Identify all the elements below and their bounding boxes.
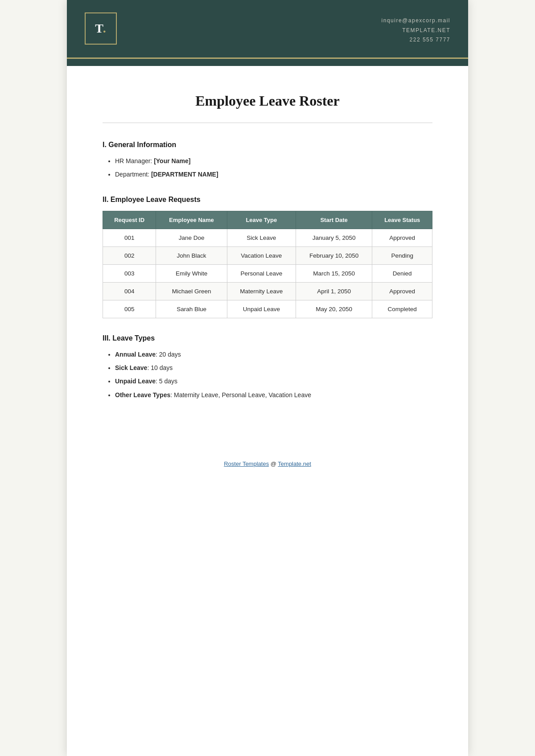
table-header-row: Request ID Employee Name Leave Type Star… (103, 211, 432, 229)
cell-leave-status: Completed (372, 300, 432, 318)
cell-start-date: May 20, 2050 (296, 300, 372, 318)
cell-request-id: 003 (103, 264, 156, 282)
department-label: Department: (115, 171, 151, 178)
cell-employee-name: John Black (156, 247, 227, 264)
leave-requests-heading: II. Employee Leave Requests (103, 196, 432, 204)
table-body: 001 Jane Doe Sick Leave January 5, 2050 … (103, 229, 432, 318)
cell-employee-name: Jane Doe (156, 229, 227, 247)
header: T. inquire@apexcorp.mail TEMPLATE.NET 22… (67, 0, 468, 66)
other-leave-label: Other Leave Types (115, 391, 170, 399)
cell-leave-type: Vacation Leave (227, 247, 296, 264)
footer-separator: @ (269, 460, 278, 467)
annual-leave-label: Annual Leave (115, 351, 156, 358)
general-info-heading: I. General Information (103, 141, 432, 149)
cell-leave-status: Approved (372, 282, 432, 300)
title-divider (103, 123, 432, 123)
cell-leave-type: Maternity Leave (227, 282, 296, 300)
col-start-date: Start Date (296, 211, 372, 229)
table-header: Request ID Employee Name Leave Type Star… (103, 211, 432, 229)
col-employee-name: Employee Name (156, 211, 227, 229)
footer: Roster Templates @ Template.net (67, 443, 468, 489)
footer-text: Roster Templates @ Template.net (224, 460, 311, 467)
table-row: 003 Emily White Personal Leave March 15,… (103, 264, 432, 282)
list-item: Department: [DEPARTMENT NAME] (115, 169, 432, 179)
table-row: 004 Michael Green Maternity Leave April … (103, 282, 432, 300)
cell-start-date: March 15, 2050 (296, 264, 372, 282)
col-leave-status: Leave Status (372, 211, 432, 229)
cell-leave-status: Pending (372, 247, 432, 264)
cell-start-date: April 1, 2050 (296, 282, 372, 300)
leave-types-list: Annual Leave: 20 days Sick Leave: 10 day… (103, 349, 432, 400)
contact-website: TEMPLATE.NET (382, 26, 450, 36)
logo-dot: . (103, 21, 107, 35)
list-item: Sick Leave: 10 days (115, 363, 432, 373)
table-row: 001 Jane Doe Sick Leave January 5, 2050 … (103, 229, 432, 247)
annual-leave-value: : 20 days (156, 351, 181, 358)
cell-employee-name: Sarah Blue (156, 300, 227, 318)
page: T. inquire@apexcorp.mail TEMPLATE.NET 22… (67, 0, 468, 756)
cell-start-date: February 10, 2050 (296, 247, 372, 264)
header-top: T. inquire@apexcorp.mail TEMPLATE.NET 22… (85, 12, 450, 58)
roster-templates-link[interactable]: Roster Templates (224, 460, 269, 467)
contact-phone: 222 555 7777 (382, 35, 450, 45)
unpaid-leave-label: Unpaid Leave (115, 378, 156, 385)
contact-email: inquire@apexcorp.mail (382, 16, 450, 26)
header-bottom-space (85, 59, 450, 66)
cell-request-id: 005 (103, 300, 156, 318)
cell-employee-name: Emily White (156, 264, 227, 282)
cell-employee-name: Michael Green (156, 282, 227, 300)
unpaid-leave-value: : 5 days (156, 378, 177, 385)
contact-info: inquire@apexcorp.mail TEMPLATE.NET 222 5… (382, 12, 450, 45)
logo-text: T. (95, 21, 107, 36)
main-content: Employee Leave Roster I. General Informa… (67, 66, 468, 443)
logo-letter: T (95, 21, 103, 35)
list-item: Other Leave Types: Maternity Leave, Pers… (115, 390, 432, 400)
cell-leave-status: Denied (372, 264, 432, 282)
cell-leave-type: Sick Leave (227, 229, 296, 247)
table-row: 002 John Black Vacation Leave February 1… (103, 247, 432, 264)
cell-leave-status: Approved (372, 229, 432, 247)
sick-leave-value: : 10 days (147, 364, 173, 371)
cell-request-id: 002 (103, 247, 156, 264)
leave-requests-table: Request ID Employee Name Leave Type Star… (103, 211, 432, 318)
document-title: Employee Leave Roster (103, 93, 432, 109)
general-info-list: HR Manager: [Your Name] Department: [DEP… (103, 156, 432, 180)
cell-request-id: 004 (103, 282, 156, 300)
other-leave-value: : Maternity Leave, Personal Leave, Vacat… (170, 391, 311, 399)
col-request-id: Request ID (103, 211, 156, 229)
department-value: [DEPARTMENT NAME] (151, 171, 218, 178)
list-item: Annual Leave: 20 days (115, 349, 432, 359)
section-leave-requests: II. Employee Leave Requests Request ID E… (103, 196, 432, 318)
list-item: Unpaid Leave: 5 days (115, 376, 432, 386)
col-leave-type: Leave Type (227, 211, 296, 229)
hr-manager-label: HR Manager: (115, 157, 154, 164)
cell-request-id: 001 (103, 229, 156, 247)
leave-types-heading: III. Leave Types (103, 334, 432, 342)
hr-manager-value: [Your Name] (154, 157, 190, 164)
sick-leave-label: Sick Leave (115, 364, 147, 371)
cell-start-date: January 5, 2050 (296, 229, 372, 247)
template-net-link[interactable]: Template.net (278, 460, 311, 467)
section-general-info: I. General Information HR Manager: [Your… (103, 141, 432, 180)
cell-leave-type: Unpaid Leave (227, 300, 296, 318)
list-item: HR Manager: [Your Name] (115, 156, 432, 166)
logo-box: T. (85, 12, 117, 45)
section-leave-types: III. Leave Types Annual Leave: 20 days S… (103, 334, 432, 400)
table-row: 005 Sarah Blue Unpaid Leave May 20, 2050… (103, 300, 432, 318)
cell-leave-type: Personal Leave (227, 264, 296, 282)
